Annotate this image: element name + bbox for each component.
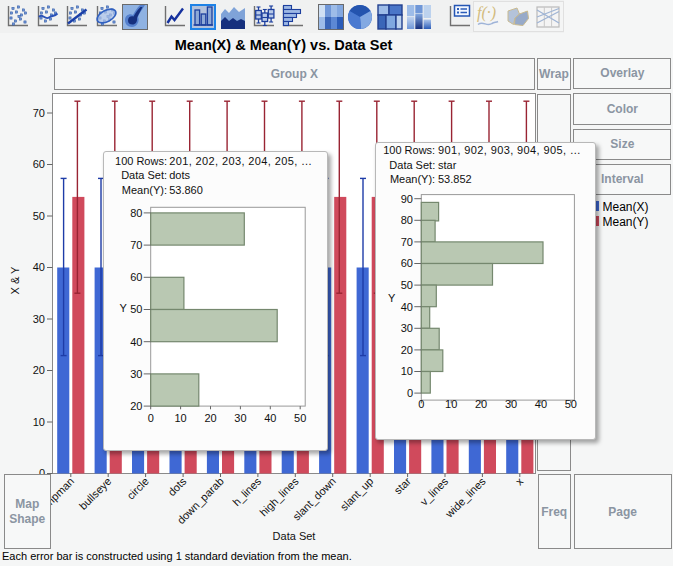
svg-text:Mean(Y):: Mean(Y):	[122, 184, 167, 196]
svg-text:60: 60	[33, 158, 45, 170]
svg-text:30: 30	[505, 398, 517, 410]
svg-text:wide_lines: wide_lines	[442, 475, 488, 521]
svg-text:40: 40	[130, 336, 142, 348]
svg-text:901, 902, 903, 904, 905, …: 901, 902, 903, 904, 905, …	[438, 144, 581, 156]
svg-text:slant_up: slant_up	[338, 475, 376, 513]
svg-text:X & Y: X & Y	[9, 266, 21, 295]
svg-text:53.852: 53.852	[438, 173, 472, 185]
svg-text:30: 30	[401, 322, 413, 334]
svg-text:70: 70	[401, 236, 413, 248]
svg-text:x: x	[513, 475, 526, 488]
svg-text:20: 20	[130, 400, 142, 412]
svg-text:dots: dots	[169, 170, 190, 182]
svg-text:dots: dots	[165, 475, 189, 499]
svg-text:70: 70	[130, 239, 142, 251]
svg-text:30: 30	[235, 412, 247, 424]
svg-text:Y: Y	[388, 292, 396, 304]
svg-text:20: 20	[33, 364, 45, 376]
svg-text:50: 50	[33, 210, 45, 222]
svg-text:40: 40	[401, 301, 413, 313]
svg-text:100 Rows:: 100 Rows:	[115, 155, 167, 167]
svg-text:40: 40	[535, 398, 547, 410]
svg-text:0: 0	[419, 398, 425, 410]
svg-text:Mean(Y):: Mean(Y):	[390, 173, 435, 185]
svg-text:10: 10	[445, 398, 457, 410]
svg-text:circle: circle	[124, 475, 151, 502]
svg-text:star: star	[438, 159, 457, 171]
svg-text:40: 40	[33, 261, 45, 273]
svg-text:30: 30	[130, 368, 142, 380]
svg-text:60: 60	[401, 257, 413, 269]
svg-text:10: 10	[33, 416, 45, 428]
svg-text:50: 50	[401, 279, 413, 291]
svg-text:bullseye: bullseye	[77, 475, 114, 512]
svg-text:100 Rows:: 100 Rows:	[384, 144, 436, 156]
svg-text:90: 90	[401, 193, 413, 205]
svg-text:Data Set:: Data Set:	[390, 159, 436, 171]
svg-text:star: star	[392, 475, 414, 497]
svg-text:20: 20	[475, 398, 487, 410]
svg-text:80: 80	[130, 207, 142, 219]
svg-text:10: 10	[175, 412, 187, 424]
svg-text:0: 0	[148, 412, 154, 424]
svg-text:201, 202, 203, 204, 205, …: 201, 202, 203, 204, 205, …	[169, 155, 312, 167]
svg-text:0: 0	[407, 387, 413, 399]
svg-text:50: 50	[294, 412, 306, 424]
svg-text:53.860: 53.860	[169, 184, 203, 196]
svg-text:Data Set: Data Set	[273, 530, 316, 542]
svg-text:80: 80	[401, 214, 413, 226]
svg-text:60: 60	[130, 272, 142, 284]
svg-text:10: 10	[401, 365, 413, 377]
svg-text:50: 50	[130, 304, 142, 316]
svg-text:30: 30	[33, 313, 45, 325]
svg-text:Data Set:: Data Set:	[121, 170, 167, 182]
svg-text:20: 20	[401, 344, 413, 356]
svg-text:70: 70	[33, 107, 45, 119]
svg-text:40: 40	[264, 412, 276, 424]
svg-text:50: 50	[565, 398, 577, 410]
svg-text:h_lines: h_lines	[230, 475, 263, 508]
svg-text:20: 20	[205, 412, 217, 424]
svg-text:v_lines: v_lines	[418, 475, 451, 508]
svg-text:Y: Y	[120, 302, 128, 314]
